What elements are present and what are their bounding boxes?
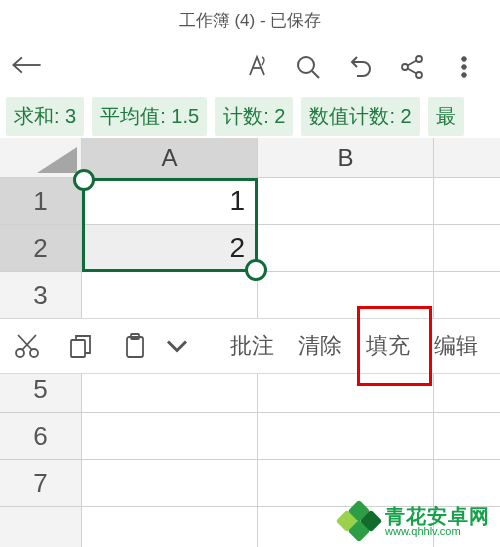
svg-point-6	[416, 72, 422, 78]
row-header-2[interactable]: 2	[0, 225, 82, 271]
cell-C1[interactable]	[434, 178, 500, 224]
cell-C3[interactable]	[434, 272, 500, 318]
watermark-title: 青花安卓网	[385, 506, 490, 526]
cell-C6[interactable]	[434, 413, 500, 459]
watermark-url: www.qhhlv.com	[385, 526, 490, 537]
svg-line-8	[408, 69, 417, 74]
cell-A1[interactable]: 1	[82, 178, 258, 224]
svg-point-4	[402, 64, 408, 70]
stat-avg[interactable]: 平均值: 1.5	[92, 97, 207, 136]
cell-A2[interactable]: 2	[82, 225, 258, 271]
svg-rect-17	[127, 337, 143, 357]
row-header-6[interactable]: 6	[0, 413, 82, 459]
stat-count[interactable]: 计数: 2	[215, 97, 293, 136]
stat-ncount[interactable]: 数值计数: 2	[301, 97, 419, 136]
column-header-B[interactable]: B	[258, 138, 434, 177]
cell-B1[interactable]	[258, 178, 434, 224]
row-header-7[interactable]: 7	[0, 460, 82, 506]
row-header-8[interactable]	[0, 507, 82, 547]
svg-rect-16	[71, 340, 85, 357]
spreadsheet-grid[interactable]: A B 1 1 2 2 3 5 6 7	[0, 138, 500, 547]
stats-bar: 求和: 3 平均值: 1.5 计数: 2 数值计数: 2 最	[0, 94, 500, 138]
svg-point-2	[298, 57, 314, 73]
back-button[interactable]	[10, 52, 44, 82]
cell-B2[interactable]	[258, 225, 434, 271]
row-7: 7	[0, 460, 500, 507]
row-6: 6	[0, 413, 500, 460]
cell-B6[interactable]	[258, 413, 434, 459]
svg-point-5	[416, 56, 422, 62]
document-title: 工作簿 (4) - 已保存	[179, 9, 322, 32]
more-menu-button[interactable]	[438, 43, 490, 91]
edit-button[interactable]: 编辑	[422, 318, 490, 374]
svg-line-3	[312, 71, 319, 78]
selection-handle-bottom-right[interactable]	[245, 259, 267, 281]
row-header-1[interactable]: 1	[0, 178, 82, 224]
row-header-3[interactable]: 3	[0, 272, 82, 318]
cut-button[interactable]	[0, 318, 54, 374]
column-header-A[interactable]: A	[82, 138, 258, 177]
cell-A3[interactable]	[82, 272, 258, 318]
svg-line-7	[408, 61, 417, 66]
paste-button[interactable]	[108, 318, 162, 374]
clear-button[interactable]: 清除	[286, 318, 354, 374]
fill-button[interactable]: 填充	[354, 318, 422, 374]
watermark: 青花安卓网 www.qhhlv.com	[337, 501, 490, 541]
select-all-corner[interactable]	[0, 138, 82, 177]
top-toolbar	[0, 40, 500, 94]
selection-handle-top-left[interactable]	[73, 169, 95, 191]
stat-sum[interactable]: 求和: 3	[6, 97, 84, 136]
undo-button[interactable]	[334, 43, 386, 91]
cell-B3[interactable]	[258, 272, 434, 318]
cell-B7[interactable]	[258, 460, 434, 506]
copy-button[interactable]	[54, 318, 108, 374]
cell-A6[interactable]	[82, 413, 258, 459]
select-all-icon	[37, 147, 77, 173]
column-header-next[interactable]	[434, 138, 500, 177]
cell-C7[interactable]	[434, 460, 500, 506]
svg-point-11	[462, 73, 467, 78]
paste-options-button[interactable]	[162, 318, 198, 374]
annotate-button[interactable]: 批注	[218, 318, 286, 374]
watermark-icon	[337, 501, 377, 541]
share-button[interactable]	[386, 43, 438, 91]
cell-A7[interactable]	[82, 460, 258, 506]
svg-point-9	[462, 57, 467, 62]
search-button[interactable]	[282, 43, 334, 91]
context-toolbar: 批注 清除 填充 编辑	[0, 318, 500, 374]
title-bar: 工作簿 (4) - 已保存	[0, 0, 500, 40]
svg-point-10	[462, 65, 467, 70]
cell-C2[interactable]	[434, 225, 500, 271]
cell-A8[interactable]	[82, 507, 258, 547]
stat-more[interactable]: 最	[428, 97, 464, 136]
font-style-button[interactable]	[230, 43, 282, 91]
